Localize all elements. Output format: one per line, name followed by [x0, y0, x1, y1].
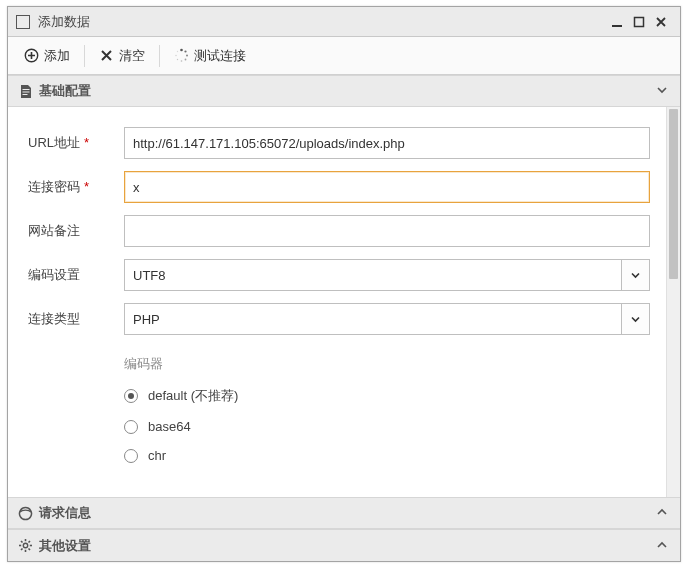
- window-icon: [16, 15, 30, 29]
- test-label: 测试连接: [194, 47, 246, 65]
- close-icon: [655, 16, 667, 28]
- notes-input[interactable]: [124, 215, 650, 247]
- encoder-chr-label: chr: [148, 448, 166, 463]
- encoder-option-chr[interactable]: chr: [124, 448, 650, 463]
- required-mark: *: [84, 179, 89, 194]
- minimize-button[interactable]: [606, 11, 628, 33]
- browser-icon: [18, 506, 33, 521]
- svg-line-22: [21, 549, 23, 551]
- section-other-header[interactable]: 其他设置: [8, 529, 680, 561]
- scrollbar[interactable]: [666, 107, 680, 497]
- svg-line-21: [29, 541, 31, 543]
- svg-point-3: [180, 49, 183, 52]
- form-scroll-area: URL地址* 连接密码* 网站备注: [8, 107, 666, 497]
- svg-rect-11: [22, 89, 29, 90]
- svg-rect-13: [22, 94, 27, 95]
- row-encoding: 编码设置 UTF8: [24, 259, 650, 291]
- close-button[interactable]: [650, 11, 672, 33]
- section-request-header[interactable]: 请求信息: [8, 497, 680, 529]
- svg-point-6: [185, 59, 187, 61]
- minimize-icon: [611, 16, 623, 28]
- required-mark: *: [84, 135, 89, 150]
- section-basic-title: 基础配置: [39, 82, 656, 100]
- encoder-option-base64[interactable]: base64: [124, 419, 650, 434]
- add-label: 添加: [44, 47, 70, 65]
- add-button[interactable]: 添加: [14, 42, 80, 70]
- notes-label: 网站备注: [24, 222, 124, 240]
- section-basic-body: URL地址* 连接密码* 网站备注: [8, 107, 680, 497]
- section-request-title: 请求信息: [39, 504, 656, 522]
- toolbar-separator: [159, 45, 160, 67]
- svg-point-8: [177, 59, 178, 60]
- chevron-down-icon: [630, 270, 641, 281]
- chevron-up-icon: [656, 506, 670, 520]
- file-icon: [18, 84, 33, 99]
- svg-point-5: [186, 55, 188, 57]
- conn-type-dropdown-button[interactable]: [621, 304, 649, 334]
- svg-point-4: [184, 50, 186, 52]
- svg-rect-0: [612, 25, 622, 27]
- row-notes: 网站备注: [24, 215, 650, 247]
- conn-type-label: 连接类型: [24, 310, 124, 328]
- encoder-base64-label: base64: [148, 419, 191, 434]
- x-icon: [99, 48, 114, 63]
- encoding-label: 编码设置: [24, 266, 124, 284]
- toolbar: 添加 清空 测试连接: [8, 37, 680, 75]
- row-password: 连接密码*: [24, 171, 650, 203]
- encoding-select[interactable]: UTF8: [124, 259, 650, 291]
- clear-button[interactable]: 清空: [89, 42, 155, 70]
- url-label: URL地址*: [24, 134, 124, 152]
- row-url: URL地址*: [24, 127, 650, 159]
- svg-rect-12: [22, 91, 29, 92]
- row-encoder: 编码器 default (不推荐) base64 chr: [24, 347, 650, 477]
- encoder-option-default[interactable]: default (不推荐): [124, 387, 650, 405]
- encoder-label: 编码器: [124, 355, 650, 373]
- test-connection-button[interactable]: 测试连接: [164, 42, 256, 70]
- svg-point-14: [23, 543, 27, 547]
- plus-circle-icon: [24, 48, 39, 63]
- svg-rect-1: [635, 17, 644, 26]
- encoding-value: UTF8: [125, 268, 621, 283]
- radio-icon: [124, 389, 138, 403]
- radio-icon: [124, 420, 138, 434]
- spinner-icon: [174, 48, 189, 63]
- svg-point-7: [181, 60, 183, 62]
- svg-line-20: [29, 549, 31, 551]
- row-conn-type: 连接类型 PHP: [24, 303, 650, 335]
- section-other-title: 其他设置: [39, 537, 656, 555]
- chevron-down-icon: [630, 314, 641, 325]
- password-label: 连接密码*: [24, 178, 124, 196]
- svg-line-19: [21, 541, 23, 543]
- body-area: 基础配置 URL地址* 连接密码*: [8, 75, 680, 561]
- encoding-dropdown-button[interactable]: [621, 260, 649, 290]
- clear-label: 清空: [119, 47, 145, 65]
- conn-type-select[interactable]: PHP: [124, 303, 650, 335]
- gear-icon: [18, 538, 33, 553]
- scrollbar-thumb[interactable]: [669, 109, 678, 279]
- password-input[interactable]: [124, 171, 650, 203]
- window-title: 添加数据: [38, 13, 606, 31]
- dialog-window: 添加数据 添加 清空 测试连接: [7, 6, 681, 562]
- maximize-icon: [633, 16, 645, 28]
- svg-point-9: [175, 55, 176, 56]
- toolbar-separator: [84, 45, 85, 67]
- svg-point-10: [177, 51, 178, 52]
- title-bar: 添加数据: [8, 7, 680, 37]
- section-basic-header[interactable]: 基础配置: [8, 75, 680, 107]
- maximize-button[interactable]: [628, 11, 650, 33]
- chevron-down-icon: [656, 84, 670, 98]
- encoder-default-label: default (不推荐): [148, 387, 238, 405]
- url-input[interactable]: [124, 127, 650, 159]
- conn-type-value: PHP: [125, 312, 621, 327]
- chevron-up-icon: [656, 539, 670, 553]
- radio-icon: [124, 449, 138, 463]
